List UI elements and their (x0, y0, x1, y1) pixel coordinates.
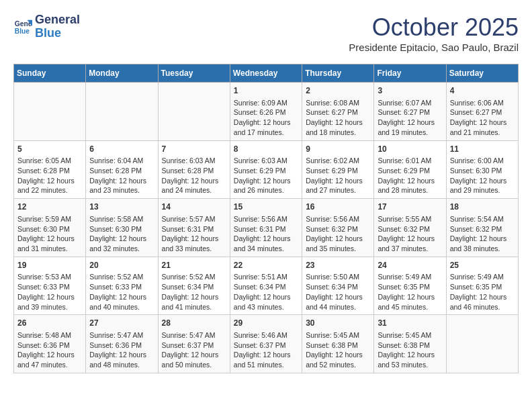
day-number: 26 (17, 318, 82, 329)
calendar-cell: 16Sunrise: 5:56 AM Sunset: 6:32 PM Dayli… (302, 199, 374, 257)
calendar-cell: 4Sunrise: 6:06 AM Sunset: 6:27 PM Daylig… (446, 83, 518, 141)
column-header-saturday: Saturday (446, 64, 518, 83)
column-header-tuesday: Tuesday (158, 64, 230, 83)
calendar-cell: 3Sunrise: 6:07 AM Sunset: 6:27 PM Daylig… (374, 83, 446, 141)
day-info: Sunrise: 5:45 AM Sunset: 6:38 PM Dayligh… (306, 330, 370, 370)
day-info: Sunrise: 5:54 AM Sunset: 6:32 PM Dayligh… (450, 214, 515, 254)
page-header: General Blue General Blue October 2025 P… (13, 13, 519, 53)
day-number: 11 (450, 144, 515, 155)
calendar-cell (86, 83, 158, 141)
calendar-cell: 15Sunrise: 5:56 AM Sunset: 6:31 PM Dayli… (230, 199, 302, 257)
day-info: Sunrise: 6:06 AM Sunset: 6:27 PM Dayligh… (450, 98, 515, 138)
day-info: Sunrise: 5:47 AM Sunset: 6:37 PM Dayligh… (162, 330, 226, 370)
day-info: Sunrise: 5:50 AM Sunset: 6:34 PM Dayligh… (306, 272, 370, 312)
day-number: 29 (234, 318, 298, 329)
day-info: Sunrise: 6:03 AM Sunset: 6:28 PM Dayligh… (162, 156, 226, 195)
day-info: Sunrise: 5:56 AM Sunset: 6:31 PM Dayligh… (234, 214, 298, 254)
calendar-cell: 8Sunrise: 6:03 AM Sunset: 6:29 PM Daylig… (230, 140, 302, 199)
day-number: 20 (89, 260, 154, 271)
day-info: Sunrise: 5:45 AM Sunset: 6:38 PM Dayligh… (378, 330, 442, 370)
calendar-cell: 11Sunrise: 6:00 AM Sunset: 6:30 PM Dayli… (446, 140, 518, 199)
calendar-cell: 5Sunrise: 6:05 AM Sunset: 6:28 PM Daylig… (14, 140, 86, 199)
day-number: 25 (450, 260, 515, 271)
svg-text:Blue: Blue (15, 28, 30, 35)
logo-icon: General Blue (13, 17, 32, 36)
day-info: Sunrise: 5:52 AM Sunset: 6:34 PM Dayligh… (162, 272, 226, 312)
day-info: Sunrise: 5:53 AM Sunset: 6:33 PM Dayligh… (17, 272, 82, 312)
day-number: 21 (162, 260, 226, 271)
logo: General Blue General Blue (13, 13, 80, 40)
calendar-cell: 12Sunrise: 5:59 AM Sunset: 6:30 PM Dayli… (14, 199, 86, 257)
day-number: 19 (17, 260, 82, 271)
column-header-wednesday: Wednesday (230, 64, 302, 83)
day-info: Sunrise: 5:52 AM Sunset: 6:33 PM Dayligh… (89, 272, 154, 312)
calendar-cell: 17Sunrise: 5:55 AM Sunset: 6:32 PM Dayli… (374, 199, 446, 257)
calendar-week-0: 1Sunrise: 6:09 AM Sunset: 6:26 PM Daylig… (14, 83, 519, 141)
day-info: Sunrise: 6:01 AM Sunset: 6:29 PM Dayligh… (378, 156, 442, 195)
calendar-cell: 18Sunrise: 5:54 AM Sunset: 6:32 PM Dayli… (446, 199, 518, 257)
location-subtitle: Presidente Epitacio, Sao Paulo, Brazil (349, 42, 519, 53)
calendar-week-3: 19Sunrise: 5:53 AM Sunset: 6:33 PM Dayli… (14, 257, 519, 315)
day-info: Sunrise: 5:47 AM Sunset: 6:36 PM Dayligh… (89, 330, 154, 370)
logo-text-general: General (35, 13, 80, 27)
day-number: 16 (306, 201, 370, 213)
day-info: Sunrise: 6:07 AM Sunset: 6:27 PM Dayligh… (378, 98, 442, 138)
day-info: Sunrise: 5:46 AM Sunset: 6:37 PM Dayligh… (234, 330, 298, 370)
day-info: Sunrise: 6:09 AM Sunset: 6:26 PM Dayligh… (234, 98, 298, 138)
day-info: Sunrise: 6:05 AM Sunset: 6:28 PM Dayligh… (17, 156, 82, 195)
calendar-cell: 26Sunrise: 5:48 AM Sunset: 6:36 PM Dayli… (14, 315, 86, 373)
calendar-cell: 9Sunrise: 6:02 AM Sunset: 6:29 PM Daylig… (302, 140, 374, 199)
day-number: 14 (162, 201, 226, 213)
calendar-cell (14, 83, 86, 141)
day-number: 24 (378, 260, 442, 271)
column-header-sunday: Sunday (14, 64, 86, 83)
day-number: 6 (89, 144, 154, 155)
day-number: 31 (378, 318, 442, 329)
day-info: Sunrise: 5:58 AM Sunset: 6:30 PM Dayligh… (89, 214, 154, 254)
column-header-monday: Monday (86, 64, 158, 83)
day-number: 3 (378, 85, 442, 97)
calendar-week-1: 5Sunrise: 6:05 AM Sunset: 6:28 PM Daylig… (14, 140, 519, 199)
calendar-cell: 31Sunrise: 5:45 AM Sunset: 6:38 PM Dayli… (374, 315, 446, 373)
day-number: 9 (306, 144, 370, 155)
day-number: 5 (17, 144, 82, 155)
day-info: Sunrise: 5:49 AM Sunset: 6:35 PM Dayligh… (450, 272, 515, 312)
day-number: 15 (234, 201, 298, 213)
calendar-cell: 22Sunrise: 5:51 AM Sunset: 6:34 PM Dayli… (230, 257, 302, 315)
day-info: Sunrise: 5:51 AM Sunset: 6:34 PM Dayligh… (234, 272, 298, 312)
calendar-cell: 1Sunrise: 6:09 AM Sunset: 6:26 PM Daylig… (230, 83, 302, 141)
day-number: 8 (234, 144, 298, 155)
day-number: 12 (17, 201, 82, 213)
day-info: Sunrise: 5:49 AM Sunset: 6:35 PM Dayligh… (378, 272, 442, 312)
day-info: Sunrise: 6:00 AM Sunset: 6:30 PM Dayligh… (450, 156, 515, 195)
calendar-cell: 7Sunrise: 6:03 AM Sunset: 6:28 PM Daylig… (158, 140, 230, 199)
calendar-cell: 6Sunrise: 6:04 AM Sunset: 6:28 PM Daylig… (86, 140, 158, 199)
day-number: 18 (450, 201, 515, 213)
calendar-cell (158, 83, 230, 141)
day-number: 7 (162, 144, 226, 155)
day-number: 13 (89, 201, 154, 213)
calendar-week-4: 26Sunrise: 5:48 AM Sunset: 6:36 PM Dayli… (14, 315, 519, 373)
day-number: 22 (234, 260, 298, 271)
logo-text-blue: Blue (35, 27, 80, 40)
day-number: 1 (234, 85, 298, 97)
day-info: Sunrise: 5:56 AM Sunset: 6:32 PM Dayligh… (306, 214, 370, 254)
calendar-cell: 27Sunrise: 5:47 AM Sunset: 6:36 PM Dayli… (86, 315, 158, 373)
day-number: 17 (378, 201, 442, 213)
calendar-cell: 24Sunrise: 5:49 AM Sunset: 6:35 PM Dayli… (374, 257, 446, 315)
column-header-friday: Friday (374, 64, 446, 83)
day-number: 30 (306, 318, 370, 329)
day-number: 23 (306, 260, 370, 271)
calendar-cell: 25Sunrise: 5:49 AM Sunset: 6:35 PM Dayli… (446, 257, 518, 315)
day-number: 28 (162, 318, 226, 329)
day-info: Sunrise: 6:08 AM Sunset: 6:27 PM Dayligh… (306, 98, 370, 138)
calendar-cell: 29Sunrise: 5:46 AM Sunset: 6:37 PM Dayli… (230, 315, 302, 373)
day-number: 10 (378, 144, 442, 155)
day-info: Sunrise: 6:03 AM Sunset: 6:29 PM Dayligh… (234, 156, 298, 195)
calendar-cell: 2Sunrise: 6:08 AM Sunset: 6:27 PM Daylig… (302, 83, 374, 141)
day-info: Sunrise: 5:55 AM Sunset: 6:32 PM Dayligh… (378, 214, 442, 254)
day-info: Sunrise: 6:04 AM Sunset: 6:28 PM Dayligh… (89, 156, 154, 195)
calendar-week-2: 12Sunrise: 5:59 AM Sunset: 6:30 PM Dayli… (14, 199, 519, 257)
calendar-cell: 10Sunrise: 6:01 AM Sunset: 6:29 PM Dayli… (374, 140, 446, 199)
calendar-cell: 20Sunrise: 5:52 AM Sunset: 6:33 PM Dayli… (86, 257, 158, 315)
